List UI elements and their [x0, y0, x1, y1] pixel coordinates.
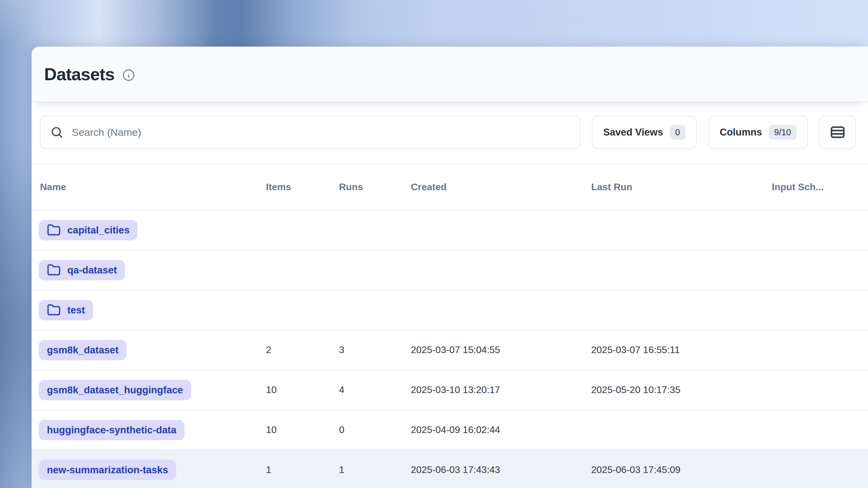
- column-header-name: Name: [40, 182, 266, 193]
- items-cell: 10: [266, 424, 339, 435]
- dataset-name: qa-dataset: [67, 264, 117, 276]
- table-row[interactable]: huggingface-synthetic-data1002025-04-09 …: [32, 410, 868, 450]
- column-header-items: Items: [266, 182, 339, 193]
- runs-cell: 1: [339, 464, 411, 476]
- created-cell: 2025-03-10 13:20:17: [411, 384, 591, 395]
- created-cell: 2025-04-09 16:02:44: [411, 424, 591, 435]
- name-cell: qa-dataset: [39, 260, 266, 280]
- table-row[interactable]: gsm8k_dataset_huggingface1042025-03-10 1…: [32, 370, 868, 410]
- card-header: Datasets: [32, 46, 868, 102]
- info-icon[interactable]: [122, 69, 135, 82]
- table-header-row: NameItemsRunsCreatedLast RunInput Sch...: [32, 163, 868, 210]
- name-cell: new-summarization-tasks: [39, 460, 266, 480]
- dataset-badge[interactable]: gsm8k_dataset_huggingface: [39, 380, 191, 400]
- columns-button[interactable]: Columns 9/10: [708, 116, 808, 149]
- last-run-cell: 2025-05-20 10:17:35: [591, 384, 772, 395]
- search-icon: [50, 126, 63, 139]
- table-row[interactable]: test: [32, 290, 868, 330]
- last-run-cell: 2025-03-07 16:55:11: [591, 345, 772, 356]
- last-run-cell: 2025-06-03 17:45:09: [591, 464, 772, 476]
- name-cell: test: [39, 300, 266, 320]
- dataset-badge[interactable]: gsm8k_dataset: [39, 340, 127, 360]
- runs-cell: 0: [339, 424, 411, 435]
- table-row[interactable]: capital_cities: [32, 210, 868, 250]
- dataset-name: capital_cities: [67, 225, 129, 236]
- search-input[interactable]: [72, 127, 570, 138]
- column-header-created: Created: [411, 182, 591, 193]
- table-header-grid: NameItemsRunsCreatedLast RunInput Sch...: [32, 164, 868, 210]
- table-row[interactable]: new-summarization-tasks112025-06-03 17:4…: [32, 450, 868, 488]
- row-height-icon: [829, 124, 846, 141]
- search-box[interactable]: [40, 116, 580, 149]
- table-row[interactable]: qa-dataset: [32, 250, 868, 290]
- datasets-table: NameItemsRunsCreatedLast RunInput Sch...…: [32, 163, 868, 488]
- items-cell: 2: [266, 345, 339, 356]
- saved-views-button[interactable]: Saved Views 0: [592, 116, 697, 149]
- name-cell: gsm8k_dataset_huggingface: [39, 380, 266, 400]
- folder-badge[interactable]: test: [39, 300, 93, 320]
- dataset-name: gsm8k_dataset: [47, 345, 118, 356]
- runs-cell: 4: [339, 384, 411, 395]
- created-cell: 2025-03-07 15:04:55: [411, 345, 591, 356]
- table-body: capital_cities qa-dataset testgsm8k_data…: [32, 210, 868, 488]
- datasets-card: Datasets Saved Views 0 Columns 9/10: [32, 46, 868, 488]
- name-cell: capital_cities: [39, 220, 266, 240]
- columns-count-badge: 9/10: [769, 125, 797, 140]
- name-cell: huggingface-synthetic-data: [39, 420, 266, 440]
- dataset-name: gsm8k_dataset_huggingface: [47, 384, 183, 396]
- dataset-badge[interactable]: huggingface-synthetic-data: [39, 420, 185, 440]
- columns-label: Columns: [719, 127, 762, 138]
- table-row[interactable]: gsm8k_dataset232025-03-07 15:04:552025-0…: [32, 330, 868, 370]
- page-title: Datasets: [44, 64, 115, 84]
- dataset-badge[interactable]: new-summarization-tasks: [39, 460, 176, 480]
- folder-badge[interactable]: qa-dataset: [39, 260, 125, 280]
- folder-icon: [47, 303, 61, 317]
- folder-icon: [47, 223, 61, 237]
- items-cell: 10: [266, 384, 339, 395]
- column-header-runs: Runs: [339, 182, 411, 193]
- name-cell: gsm8k_dataset: [39, 340, 266, 360]
- dataset-name: new-summarization-tasks: [47, 464, 168, 476]
- runs-cell: 3: [339, 345, 411, 356]
- column-header-input-sch: Input Sch...: [772, 182, 856, 193]
- folder-icon: [47, 263, 61, 277]
- created-cell: 2025-06-03 17:43:43: [411, 464, 591, 476]
- dataset-name: test: [67, 304, 85, 316]
- row-height-button[interactable]: [819, 116, 856, 149]
- folder-badge[interactable]: capital_cities: [39, 220, 138, 240]
- items-cell: 1: [266, 464, 339, 476]
- column-header-last-run: Last Run: [591, 182, 772, 193]
- toolbar: Saved Views 0 Columns 9/10: [40, 116, 856, 149]
- saved-views-count-badge: 0: [670, 125, 685, 140]
- dataset-name: huggingface-synthetic-data: [47, 424, 177, 436]
- saved-views-label: Saved Views: [603, 127, 663, 138]
